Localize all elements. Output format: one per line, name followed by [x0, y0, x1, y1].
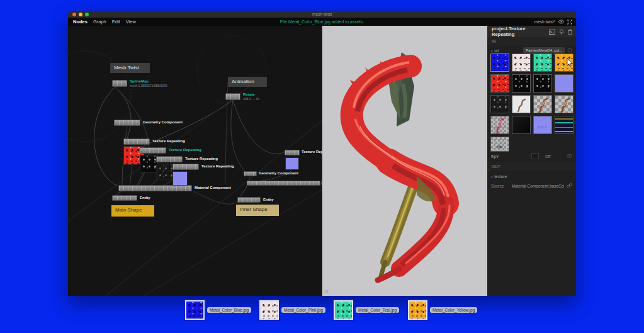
node-material-component-left[interactable] [118, 185, 192, 191]
node-texture-repeating-1[interactable] [123, 138, 150, 145]
node-splinemap[interactable] [112, 80, 127, 87]
file-label-yellow[interactable]: Metal_Color_Yellow.jpg [430, 307, 477, 313]
source-value: Material Component.baseColo... [512, 184, 564, 188]
param-url-value[interactable]: PaintedMetal04_col... [523, 47, 565, 54]
node-texture-repeating-3-label: Texture Repeating [185, 157, 218, 161]
texture-thumb-metal-teal[interactable] [533, 54, 552, 72]
desktop-file-pink[interactable]: Metal_Color_Pink.jpg [259, 300, 325, 320]
bell-icon[interactable] [559, 26, 564, 37]
texture-thumb-swirl-checker-2[interactable] [555, 95, 573, 113]
comment-animation[interactable]: Animation [228, 77, 267, 87]
eye-icon[interactable] [558, 20, 564, 24]
node-entity-left-label: Entity [140, 196, 150, 200]
node-rotate-title: Rotate [243, 93, 255, 96]
desktop-file-teal[interactable]: Metal_Color_Teal.jpg [334, 300, 399, 320]
texture-preview-black [140, 155, 158, 172]
inspector-title: project.Texture Repeating [492, 26, 549, 37]
twisted-mesh-render [322, 26, 487, 296]
node-texture-repeating-2[interactable] [140, 147, 166, 154]
texture-thumb-metal-pink[interactable] [512, 54, 531, 72]
texture-thumb-swirl-checker-pink[interactable] [490, 116, 509, 134]
file-label-pink[interactable]: Metal_Color_Pink.jpg [281, 307, 325, 313]
link-icon[interactable] [567, 183, 572, 189]
node-geometry-component-right-label: Geometry Component [259, 171, 298, 175]
file-thumb-yellow[interactable] [408, 300, 427, 320]
texture-thumb-solid-black[interactable] [512, 116, 531, 134]
comment-mesh-twist[interactable]: Mesh Twist [110, 63, 150, 73]
image-icon[interactable] [549, 26, 555, 37]
node-geometry-component-right[interactable] [244, 171, 257, 176]
node-splinemap-subtitle: mesh 1.0555371/985/3042 [130, 84, 167, 87]
node-texture-repeating-4[interactable] [172, 164, 199, 170]
file-thumb-pink[interactable] [259, 300, 279, 320]
node-entity-left[interactable] [112, 195, 137, 201]
fullscreen-icon[interactable] [567, 20, 572, 25]
texture-thumb-metal-red[interactable] [490, 74, 509, 93]
desktop-file-yellow[interactable]: Metal_Color_Yellow.jpg [408, 300, 477, 320]
patch-name: mesh twist* [534, 20, 555, 24]
file-thumb-blue[interactable] [185, 300, 205, 320]
node-texture-repeating-1-label: Texture Repeating [152, 139, 185, 143]
texture-thumb-metal-black-2[interactable] [533, 74, 552, 93]
trash-icon[interactable] [568, 26, 572, 37]
menu-view[interactable]: View [126, 19, 136, 25]
menu-graph[interactable]: Graph [93, 19, 106, 25]
viewport-3d[interactable]: N [322, 26, 487, 296]
source-label: Source [491, 184, 504, 188]
param-bullet: • [491, 174, 492, 179]
menu-nodes[interactable]: Nodes [73, 19, 88, 25]
texture-thumb-swirl-checker-1[interactable] [533, 95, 552, 113]
file-label-teal[interactable]: Metal_Color_Teal.jpg [356, 307, 399, 313]
flipy-toggle[interactable]: Off [531, 153, 564, 159]
param-flipy-row: flipY Off [487, 151, 576, 161]
texture-thumb-swirl-white[interactable] [512, 95, 531, 113]
node-rotate-subtitle: 438.4 → 40 [243, 97, 259, 101]
flipy-toggle-knob[interactable] [531, 153, 539, 159]
texture-thumb-hdr[interactable]: hdr [490, 137, 509, 152]
desktop-file-blue[interactable]: Metal_Color_Blue.jpg [185, 300, 251, 320]
node-rotate[interactable] [225, 93, 240, 100]
texture-preview-periwinkle-left [172, 171, 188, 186]
flipy-toggle-value: Off [545, 154, 564, 159]
node-texture-repeating-4-label: Texture Repeating [201, 164, 234, 168]
param-bullet: • [491, 48, 492, 53]
node-texture-repeating-5-label: Texture Repeating [302, 150, 322, 154]
app-window: mesh-twist Nodes Graph Edit View File Me… [68, 11, 576, 296]
node-material-component-left-label: Material Component [195, 186, 231, 189]
param-texture-row: • texture [487, 171, 576, 181]
texture-source-row: Source Material Component.baseColo... [487, 181, 576, 191]
texture-preview-dark [156, 164, 174, 180]
menu-edit[interactable]: Edit [112, 19, 120, 25]
texture-thumb-periwinkle[interactable] [555, 74, 573, 93]
node-graph-canvas[interactable]: Mesh Twist Animation SplineMap mesh 1.05… [68, 26, 322, 296]
comment-inner-shape[interactable]: Inner Shape [236, 205, 279, 216]
node-material-component-right[interactable] [247, 181, 320, 186]
flipy-eye-icon[interactable] [567, 154, 572, 159]
texture-thumb-dark-speckle[interactable] [490, 95, 509, 113]
inspector-panel: project.Texture Repeating IN • url Paint… [487, 26, 576, 296]
file-label-blue[interactable]: Metal_Color_Blue.jpg [207, 307, 251, 313]
inspector-header: project.Texture Repeating [487, 26, 576, 37]
node-entity-right-label: Entity [263, 198, 274, 201]
comment-main-shape[interactable]: Main Shape [111, 205, 154, 217]
file-thumb-teal[interactable] [334, 300, 353, 320]
texture-thumb-purple-rex[interactable]: REX [533, 116, 552, 134]
node-texture-repeating-3[interactable] [156, 156, 183, 162]
visibility-circle-icon[interactable] [567, 48, 572, 54]
section-in: IN [487, 37, 576, 45]
node-texture-repeating-5[interactable] [285, 150, 300, 155]
window-title: mesh-twist [68, 12, 576, 16]
node-splinemap-title: SplineMap [130, 79, 149, 83]
texture-thumb-stripes-navy[interactable] [555, 116, 573, 134]
node-geometry-component-left-label: Geometry Component [143, 120, 183, 124]
node-entity-right[interactable] [237, 197, 261, 203]
node-wires [68, 26, 322, 296]
texture-thumb-metal-blue[interactable] [490, 54, 509, 72]
texture-hdr-label: hdr [491, 145, 509, 149]
node-geometry-component-left[interactable] [114, 120, 140, 126]
titlebar: mesh-twist [68, 11, 576, 18]
texture-thumb-metal-black-1[interactable] [512, 74, 531, 93]
texture-rex-label: REX [534, 125, 551, 129]
mouse-cursor [567, 59, 573, 67]
param-texture-label: texture [494, 174, 507, 179]
